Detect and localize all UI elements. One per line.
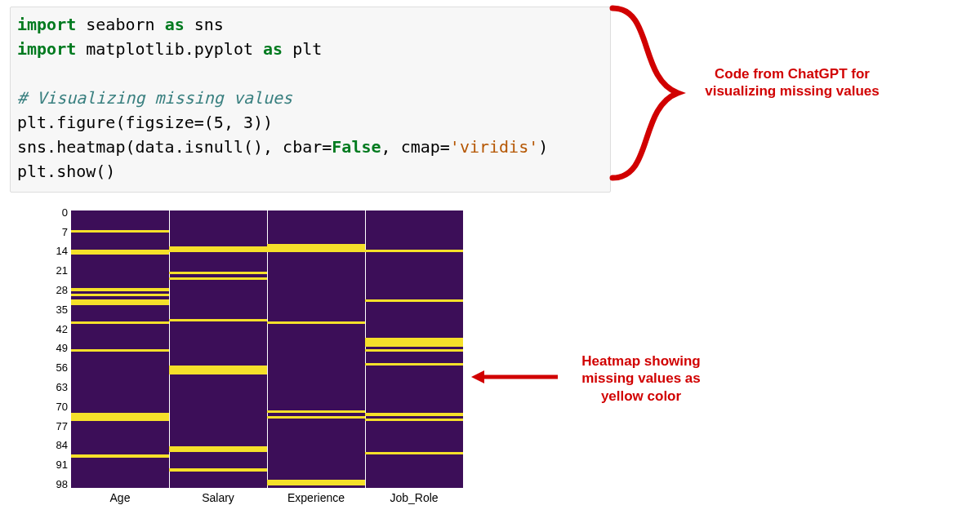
y-tick: 21 (56, 264, 68, 277)
y-tick: 91 (56, 459, 68, 471)
code-text: = (440, 137, 450, 157)
y-tick: 84 (56, 439, 68, 451)
y-tick: 35 (56, 303, 68, 315)
code-text: ( (204, 113, 214, 132)
missing-cell (169, 272, 267, 274)
code-text: )) (253, 113, 273, 132)
code-text: matplotlib.pyplot (76, 39, 263, 59)
x-tick: Salary (169, 491, 267, 504)
missing-cell (365, 250, 463, 252)
annotation-heatmap-label: Heatmap showing missing values as yellow… (559, 352, 723, 405)
keyword: as (165, 15, 185, 34)
x-tick: Experience (267, 491, 365, 504)
y-tick: 70 (56, 400, 68, 412)
arrow-annotation-icon (470, 367, 559, 387)
missing-cell (71, 321, 169, 324)
missing-cell (169, 468, 267, 471)
code-text: = (322, 137, 332, 157)
keyword: import (17, 39, 76, 59)
code-text: plt (283, 39, 322, 59)
missing-cell (71, 288, 169, 290)
missing-cell (169, 277, 267, 280)
missing-cell (169, 250, 267, 252)
code-builtin: False (332, 137, 381, 157)
y-tick: 49 (56, 342, 68, 354)
missing-cell (71, 454, 169, 457)
code-cell: import seaborn as sns import matplotlib.… (10, 7, 611, 193)
svg-marker-1 (471, 370, 484, 383)
code-text: plt.show() (17, 162, 115, 181)
missing-cell (71, 419, 169, 421)
missing-cell (169, 371, 267, 374)
code-number: 3 (243, 113, 253, 132)
keyword: as (263, 39, 283, 59)
keyword: import (17, 15, 76, 34)
code-text: sns.heatmap(data.isnull(), cbar (17, 137, 322, 157)
y-tick: 98 (56, 477, 68, 490)
missing-cell (71, 302, 169, 304)
y-tick: 56 (56, 361, 68, 374)
y-tick: 7 (62, 225, 68, 237)
missing-cell (365, 343, 463, 346)
missing-cell (365, 419, 463, 421)
missing-cell (365, 349, 463, 352)
y-axis: 0714212835424956637077849198 (45, 210, 71, 488)
annotation-code-label: Code from ChatGPT for visualizing missin… (694, 65, 890, 100)
missing-cell (267, 410, 365, 413)
missing-cell (267, 416, 365, 419)
missing-cell (71, 230, 169, 233)
missing-cell (169, 319, 267, 321)
y-tick: 28 (56, 283, 68, 295)
brace-annotation-icon (604, 5, 686, 181)
heatmap-plot-area (71, 210, 463, 488)
y-tick: 77 (56, 419, 68, 432)
missing-cell (365, 299, 463, 302)
code-text: seaborn (76, 15, 164, 34)
code-comment: # Visualizing missing values (17, 88, 292, 108)
missing-cell (71, 294, 169, 296)
missing-values-heatmap: 0714212835424956637077849198 AgeSalaryEx… (45, 210, 468, 504)
missing-cell (267, 250, 365, 252)
x-tick: Job_Role (365, 491, 463, 504)
missing-cell (71, 349, 169, 352)
code-text: sns (185, 15, 224, 34)
code-string: 'viridis' (450, 137, 538, 157)
code-text: ) (538, 137, 548, 157)
missing-cell (365, 363, 463, 366)
y-tick: 42 (56, 322, 68, 335)
y-tick: 63 (56, 380, 68, 392)
x-axis: AgeSalaryExperienceJob_Role (71, 491, 463, 504)
missing-cell (169, 449, 267, 451)
missing-cell (267, 321, 365, 324)
code-number: 5 (214, 113, 224, 132)
code-text: plt.figure(figsize (17, 113, 194, 132)
code-text: , cmap (381, 137, 440, 157)
y-tick: 14 (56, 245, 68, 257)
missing-cell (365, 452, 463, 454)
missing-cell (267, 482, 365, 485)
y-tick: 0 (62, 206, 68, 218)
x-tick: Age (71, 491, 169, 504)
missing-cell (71, 252, 169, 255)
code-text: = (194, 113, 204, 132)
code-text: , (224, 113, 243, 132)
missing-cell (365, 413, 463, 415)
